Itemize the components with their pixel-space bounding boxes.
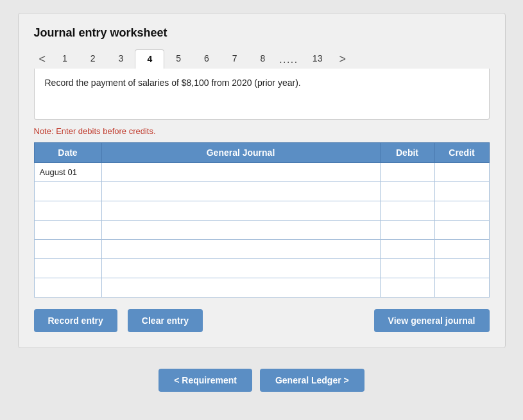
- instruction-text: Record the payment of salaries of $8,100…: [45, 78, 301, 88]
- journal-cell-1[interactable]: [101, 163, 380, 182]
- table-row: [34, 278, 489, 298]
- clear-entry-button[interactable]: Clear entry: [128, 309, 203, 332]
- journal-cell-2[interactable]: [101, 182, 380, 201]
- requirement-prev-button[interactable]: < Requirement: [159, 369, 252, 392]
- debit-cell-3[interactable]: [380, 201, 434, 221]
- tab-6[interactable]: 6: [193, 49, 221, 69]
- credit-cell-3[interactable]: [434, 201, 489, 221]
- record-entry-button[interactable]: Record entry: [34, 309, 117, 332]
- tab-dots: .....: [277, 51, 300, 69]
- header-debit: Debit: [380, 143, 434, 163]
- tab-5[interactable]: 5: [164, 49, 193, 69]
- tab-3[interactable]: 3: [107, 49, 135, 69]
- debit-cell-1[interactable]: [380, 163, 434, 182]
- instruction-box: Record the payment of salaries of $8,100…: [34, 69, 490, 120]
- bottom-navigation: < Requirement General Ledger >: [18, 369, 506, 392]
- button-row: Record entry Clear entry View general jo…: [34, 309, 490, 332]
- debit-input-7[interactable]: [381, 278, 434, 297]
- debit-input-2[interactable]: [381, 182, 434, 201]
- main-container: Journal entry worksheet < 1 2 3 4 5 6 7 …: [18, 13, 506, 348]
- credit-input-5[interactable]: [435, 240, 489, 258]
- view-general-journal-button[interactable]: View general journal: [374, 309, 490, 332]
- table-row: [34, 259, 489, 278]
- journal-cell-5[interactable]: [101, 240, 380, 259]
- tab-prev-arrow[interactable]: <: [34, 50, 51, 69]
- tab-7[interactable]: 7: [221, 49, 249, 69]
- header-journal: General Journal: [101, 143, 380, 163]
- debit-input-6[interactable]: [381, 259, 434, 278]
- debit-cell-5[interactable]: [380, 240, 434, 259]
- date-cell-6: [34, 259, 101, 278]
- table-row: August 01: [34, 163, 489, 182]
- date-cell-3: [34, 201, 101, 221]
- credit-input-1[interactable]: [435, 163, 489, 181]
- date-cell-2: [34, 182, 101, 201]
- header-date: Date: [34, 143, 101, 163]
- date-cell-5: [34, 240, 101, 259]
- credit-input-4[interactable]: [435, 221, 489, 239]
- credit-cell-6[interactable]: [434, 259, 489, 278]
- journal-input-2[interactable]: [102, 182, 380, 201]
- tab-2[interactable]: 2: [79, 49, 107, 69]
- tab-13[interactable]: 13: [301, 49, 334, 69]
- journal-input-3[interactable]: [102, 201, 380, 220]
- journal-input-7[interactable]: [102, 278, 380, 297]
- general-ledger-next-button[interactable]: General Ledger >: [260, 369, 364, 392]
- tab-8[interactable]: 8: [249, 49, 277, 69]
- tab-1[interactable]: 1: [51, 49, 79, 69]
- journal-input-1[interactable]: [102, 163, 380, 181]
- debit-input-1[interactable]: [381, 163, 434, 181]
- journal-cell-3[interactable]: [101, 201, 380, 221]
- debit-cell-7[interactable]: [380, 278, 434, 298]
- debit-cell-2[interactable]: [380, 182, 434, 201]
- credit-cell-7[interactable]: [434, 278, 489, 298]
- date-cell-7: [34, 278, 101, 298]
- credit-input-7[interactable]: [435, 278, 489, 297]
- note-text: Note: Enter debits before credits.: [34, 126, 490, 136]
- date-cell-1: August 01: [34, 163, 101, 182]
- debit-input-4[interactable]: [381, 221, 434, 239]
- table-row: [34, 221, 489, 240]
- journal-input-4[interactable]: [102, 221, 380, 239]
- debit-cell-4[interactable]: [380, 221, 434, 240]
- table-row: [34, 182, 489, 201]
- credit-input-3[interactable]: [435, 201, 489, 220]
- journal-cell-7[interactable]: [101, 278, 380, 298]
- tab-navigation: < 1 2 3 4 5 6 7 8 ..... 13 >: [34, 49, 490, 69]
- table-row: [34, 201, 489, 221]
- credit-cell-2[interactable]: [434, 182, 489, 201]
- journal-cell-4[interactable]: [101, 221, 380, 240]
- credit-input-6[interactable]: [435, 259, 489, 278]
- header-credit: Credit: [434, 143, 489, 163]
- journal-table: Date General Journal Debit Credit August…: [34, 142, 490, 298]
- tab-4[interactable]: 4: [135, 49, 164, 69]
- journal-input-5[interactable]: [102, 240, 380, 258]
- date-cell-4: [34, 221, 101, 240]
- credit-cell-1[interactable]: [434, 163, 489, 182]
- table-row: [34, 240, 489, 259]
- debit-input-5[interactable]: [381, 240, 434, 258]
- journal-cell-6[interactable]: [101, 259, 380, 278]
- credit-cell-4[interactable]: [434, 221, 489, 240]
- credit-input-2[interactable]: [435, 182, 489, 201]
- journal-input-6[interactable]: [102, 259, 380, 278]
- page-title: Journal entry worksheet: [34, 26, 490, 40]
- debit-cell-6[interactable]: [380, 259, 434, 278]
- credit-cell-5[interactable]: [434, 240, 489, 259]
- tab-next-arrow[interactable]: >: [334, 50, 351, 69]
- debit-input-3[interactable]: [381, 201, 434, 220]
